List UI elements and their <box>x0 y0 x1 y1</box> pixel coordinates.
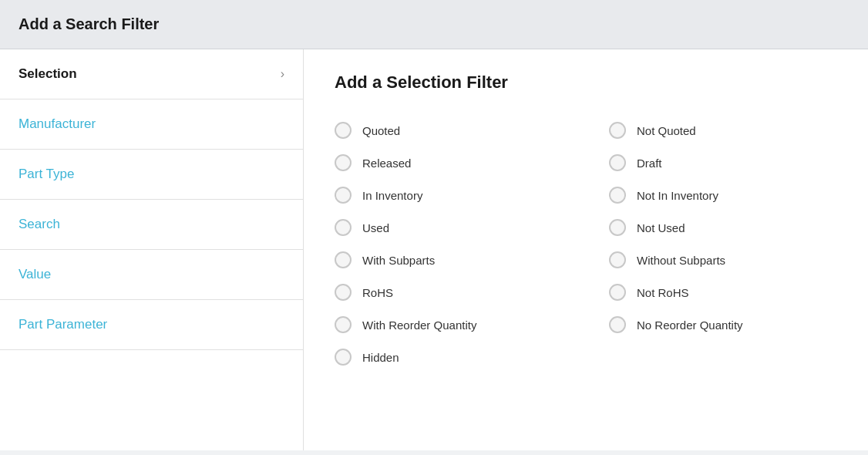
page-header: Add a Search Filter <box>0 0 868 49</box>
filter-label-hidden: Hidden <box>362 351 399 364</box>
filter-row-with-subparts: With Subparts <box>335 244 563 276</box>
filter-column-right: Not Quoted Draft Not In Inventory Not Us… <box>609 114 837 373</box>
radio-in-inventory[interactable] <box>335 187 352 204</box>
sidebar-item-label-value: Value <box>19 267 51 282</box>
filter-row-not-used: Not Used <box>609 211 837 244</box>
filter-row-with-reorder-quantity: With Reorder Quantity <box>335 308 563 341</box>
filter-column-left: Quoted Released In Inventory Used With S… <box>335 114 563 373</box>
filter-row-without-subparts: Without Subparts <box>609 244 837 276</box>
filter-label-not-rohs: Not RoHS <box>637 286 689 299</box>
sidebar-item-part-type[interactable]: Part Type <box>0 150 303 200</box>
sidebar-item-part-parameter[interactable]: Part Parameter <box>0 300 303 350</box>
radio-draft[interactable] <box>609 154 626 171</box>
radio-with-subparts[interactable] <box>335 251 352 268</box>
radio-not-quoted[interactable] <box>609 122 626 139</box>
sidebar-item-selection[interactable]: Selection › <box>0 49 303 99</box>
page-title: Add a Search Filter <box>19 15 159 32</box>
filter-label-rohs: RoHS <box>362 286 393 299</box>
content-title: Add a Selection Filter <box>335 72 837 93</box>
filter-label-with-subparts: With Subparts <box>362 254 435 267</box>
filter-row-rohs: RoHS <box>335 276 563 308</box>
radio-hidden[interactable] <box>335 349 352 366</box>
sidebar-item-label-search: Search <box>19 217 60 232</box>
sidebar-item-label-part-type: Part Type <box>19 167 74 182</box>
filter-label-draft: Draft <box>637 157 662 170</box>
filter-row-hidden: Hidden <box>335 341 563 373</box>
filter-row-used: Used <box>335 211 563 244</box>
sidebar: Selection › Manufacturer Part Type Searc… <box>0 49 304 450</box>
filter-label-not-used: Not Used <box>637 221 685 234</box>
radio-released[interactable] <box>335 154 352 171</box>
sidebar-item-search[interactable]: Search <box>0 200 303 250</box>
radio-not-rohs[interactable] <box>609 284 626 301</box>
filter-row-released: Released <box>335 147 563 179</box>
sidebar-item-label-part-parameter: Part Parameter <box>19 317 107 332</box>
filter-label-not-in-inventory: Not In Inventory <box>637 189 718 202</box>
radio-used[interactable] <box>335 219 352 236</box>
filter-row-not-quoted: Not Quoted <box>609 114 837 147</box>
radio-not-in-inventory[interactable] <box>609 187 626 204</box>
filter-row-in-inventory: In Inventory <box>335 179 563 211</box>
chevron-right-icon: › <box>281 67 284 81</box>
sidebar-item-label-manufacturer: Manufacturer <box>19 116 96 132</box>
filter-grid: Quoted Released In Inventory Used With S… <box>335 114 837 373</box>
filter-label-with-reorder-quantity: With Reorder Quantity <box>362 318 476 332</box>
filter-label-used: Used <box>362 221 389 234</box>
filter-label-without-subparts: Without Subparts <box>637 254 725 267</box>
filter-row-draft: Draft <box>609 147 837 179</box>
sidebar-item-value[interactable]: Value <box>0 250 303 300</box>
sidebar-item-manufacturer[interactable]: Manufacturer <box>0 99 303 150</box>
radio-no-reorder-quantity[interactable] <box>609 316 626 333</box>
content-panel: Add a Selection Filter Quoted Released I… <box>304 49 868 450</box>
filter-label-no-reorder-quantity: No Reorder Quantity <box>637 318 743 332</box>
filter-row-not-in-inventory: Not In Inventory <box>609 179 837 211</box>
filter-row-not-rohs: Not RoHS <box>609 276 837 308</box>
filter-label-not-quoted: Not Quoted <box>637 124 696 137</box>
filter-label-in-inventory: In Inventory <box>362 189 422 202</box>
filter-row-no-reorder-quantity: No Reorder Quantity <box>609 308 837 341</box>
main-container: Selection › Manufacturer Part Type Searc… <box>0 49 868 450</box>
filter-label-released: Released <box>362 157 411 170</box>
radio-without-subparts[interactable] <box>609 251 626 268</box>
sidebar-item-label-selection: Selection <box>19 66 77 82</box>
filter-label-quoted: Quoted <box>362 124 400 137</box>
radio-rohs[interactable] <box>335 284 352 301</box>
radio-not-used[interactable] <box>609 219 626 236</box>
filter-row-quoted: Quoted <box>335 114 563 147</box>
radio-quoted[interactable] <box>335 122 352 139</box>
radio-with-reorder-quantity[interactable] <box>335 316 352 333</box>
